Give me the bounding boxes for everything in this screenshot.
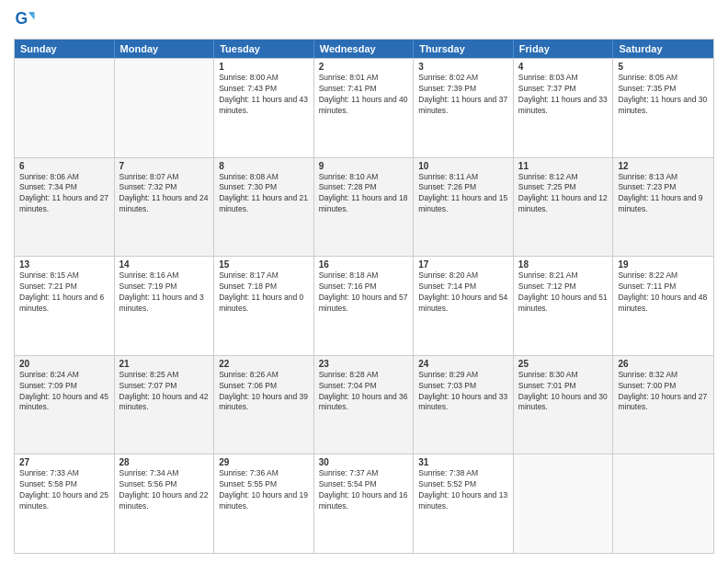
weekday-header: Saturday <box>613 40 713 58</box>
daylight-text: Daylight: 10 hours and 42 minutes. <box>119 392 210 414</box>
daylight-text: Daylight: 10 hours and 48 minutes. <box>618 293 709 315</box>
sunrise-text: Sunrise: 8:28 AM <box>319 370 409 381</box>
day-number: 16 <box>319 259 409 270</box>
daylight-text: Daylight: 11 hours and 43 minutes. <box>219 95 309 117</box>
calendar-cell: 29 Sunrise: 7:36 AM Sunset: 5:55 PM Dayl… <box>214 454 314 553</box>
calendar-cell: 10 Sunrise: 8:11 AM Sunset: 7:26 PM Dayl… <box>414 158 514 257</box>
sunset-text: Sunset: 5:55 PM <box>219 479 309 490</box>
sunset-text: Sunset: 7:28 PM <box>319 182 409 193</box>
daylight-text: Daylight: 10 hours and 19 minutes. <box>219 490 309 512</box>
sunset-text: Sunset: 7:30 PM <box>219 182 309 193</box>
day-number: 23 <box>319 359 409 369</box>
sunrise-text: Sunrise: 7:37 AM <box>319 468 409 479</box>
calendar-cell: 12 Sunrise: 8:13 AM Sunset: 7:23 PM Dayl… <box>613 158 713 257</box>
day-number: 12 <box>618 161 709 171</box>
day-number: 2 <box>319 62 409 72</box>
day-number: 8 <box>219 161 309 171</box>
day-number: 7 <box>119 161 210 171</box>
sunset-text: Sunset: 7:07 PM <box>119 381 210 392</box>
calendar-cell: 22 Sunrise: 8:26 AM Sunset: 7:06 PM Dayl… <box>214 356 314 454</box>
sunrise-text: Sunrise: 8:05 AM <box>618 73 709 84</box>
calendar-cell: 5 Sunrise: 8:05 AM Sunset: 7:35 PM Dayli… <box>613 59 713 157</box>
calendar-cell: 24 Sunrise: 8:29 AM Sunset: 7:03 PM Dayl… <box>414 356 514 454</box>
daylight-text: Daylight: 10 hours and 13 minutes. <box>418 490 508 512</box>
calendar-cell: 23 Sunrise: 8:28 AM Sunset: 7:04 PM Dayl… <box>314 356 415 454</box>
day-number: 19 <box>618 259 709 270</box>
daylight-text: Daylight: 11 hours and 24 minutes. <box>119 193 210 215</box>
sunrise-text: Sunrise: 7:33 AM <box>19 468 109 479</box>
calendar-cell: 6 Sunrise: 8:06 AM Sunset: 7:34 PM Dayli… <box>15 158 115 257</box>
sunrise-text: Sunrise: 8:26 AM <box>219 370 309 381</box>
daylight-text: Daylight: 10 hours and 33 minutes. <box>418 392 508 414</box>
sunset-text: Sunset: 7:19 PM <box>119 282 210 293</box>
sunset-text: Sunset: 7:41 PM <box>319 84 409 95</box>
calendar-cell: 18 Sunrise: 8:21 AM Sunset: 7:12 PM Dayl… <box>514 257 614 355</box>
day-number: 4 <box>518 62 609 72</box>
calendar-cell: 3 Sunrise: 8:02 AM Sunset: 7:39 PM Dayli… <box>414 59 514 157</box>
calendar-cell: 19 Sunrise: 8:22 AM Sunset: 7:11 PM Dayl… <box>613 257 713 355</box>
daylight-text: Daylight: 10 hours and 57 minutes. <box>319 293 409 315</box>
calendar-cell <box>613 454 713 553</box>
sunset-text: Sunset: 7:18 PM <box>219 282 309 293</box>
daylight-text: Daylight: 11 hours and 33 minutes. <box>518 95 609 117</box>
sunrise-text: Sunrise: 8:12 AM <box>518 172 609 183</box>
sunset-text: Sunset: 7:21 PM <box>19 282 109 293</box>
daylight-text: Daylight: 10 hours and 25 minutes. <box>19 490 109 512</box>
calendar-cell: 20 Sunrise: 8:24 AM Sunset: 7:09 PM Dayl… <box>15 356 115 454</box>
day-number: 27 <box>19 457 109 467</box>
calendar-cell: 31 Sunrise: 7:38 AM Sunset: 5:52 PM Dayl… <box>414 454 514 553</box>
calendar-cell <box>115 59 215 157</box>
sunrise-text: Sunrise: 8:10 AM <box>319 172 409 183</box>
sunset-text: Sunset: 7:43 PM <box>219 84 309 95</box>
day-number: 13 <box>19 259 109 270</box>
calendar-cell <box>514 454 614 553</box>
calendar-cell: 16 Sunrise: 8:18 AM Sunset: 7:16 PM Dayl… <box>314 257 415 355</box>
daylight-text: Daylight: 11 hours and 0 minutes. <box>219 293 309 315</box>
weekday-header: Friday <box>514 40 614 58</box>
daylight-text: Daylight: 10 hours and 27 minutes. <box>618 392 709 414</box>
sunset-text: Sunset: 7:00 PM <box>618 381 709 392</box>
calendar-page: G SundayMondayTuesdayWednesdayThursdayFr… <box>0 0 728 563</box>
calendar-cell: 1 Sunrise: 8:00 AM Sunset: 7:43 PM Dayli… <box>214 59 314 157</box>
daylight-text: Daylight: 11 hours and 18 minutes. <box>319 193 409 215</box>
calendar-cell: 27 Sunrise: 7:33 AM Sunset: 5:58 PM Dayl… <box>15 454 115 553</box>
logo-icon: G <box>14 9 36 31</box>
daylight-text: Daylight: 10 hours and 30 minutes. <box>518 392 609 414</box>
sunrise-text: Sunrise: 8:24 AM <box>19 370 109 381</box>
sunrise-text: Sunrise: 7:38 AM <box>418 468 508 479</box>
day-number: 30 <box>319 457 409 467</box>
daylight-text: Daylight: 10 hours and 54 minutes. <box>418 293 508 315</box>
day-number: 21 <box>119 359 210 369</box>
sunset-text: Sunset: 7:03 PM <box>418 381 508 392</box>
calendar-cell <box>15 59 115 157</box>
day-number: 28 <box>119 457 210 467</box>
day-number: 25 <box>518 359 609 369</box>
daylight-text: Daylight: 11 hours and 15 minutes. <box>418 193 508 215</box>
sunrise-text: Sunrise: 8:00 AM <box>219 73 309 84</box>
sunset-text: Sunset: 5:52 PM <box>418 479 508 490</box>
calendar-cell: 25 Sunrise: 8:30 AM Sunset: 7:01 PM Dayl… <box>514 356 614 454</box>
daylight-text: Daylight: 11 hours and 12 minutes. <box>518 193 609 215</box>
calendar-cell: 30 Sunrise: 7:37 AM Sunset: 5:54 PM Dayl… <box>314 454 415 553</box>
sunset-text: Sunset: 5:56 PM <box>119 479 210 490</box>
sunrise-text: Sunrise: 8:29 AM <box>418 370 508 381</box>
calendar-body: 1 Sunrise: 8:00 AM Sunset: 7:43 PM Dayli… <box>15 58 713 553</box>
calendar-cell: 21 Sunrise: 8:25 AM Sunset: 7:07 PM Dayl… <box>115 356 215 454</box>
day-number: 31 <box>418 457 508 467</box>
sunrise-text: Sunrise: 8:03 AM <box>518 73 609 84</box>
daylight-text: Daylight: 10 hours and 36 minutes. <box>319 392 409 414</box>
calendar-row: 27 Sunrise: 7:33 AM Sunset: 5:58 PM Dayl… <box>15 454 713 553</box>
sunset-text: Sunset: 7:34 PM <box>19 182 109 193</box>
sunrise-text: Sunrise: 8:21 AM <box>518 270 609 282</box>
calendar-cell: 8 Sunrise: 8:08 AM Sunset: 7:30 PM Dayli… <box>214 158 314 257</box>
daylight-text: Daylight: 11 hours and 6 minutes. <box>19 293 109 315</box>
sunset-text: Sunset: 7:35 PM <box>618 84 709 95</box>
day-number: 3 <box>418 62 508 72</box>
day-number: 24 <box>418 359 508 369</box>
sunset-text: Sunset: 7:14 PM <box>418 282 508 293</box>
calendar-cell: 14 Sunrise: 8:16 AM Sunset: 7:19 PM Dayl… <box>115 257 215 355</box>
sunrise-text: Sunrise: 8:30 AM <box>518 370 609 381</box>
sunset-text: Sunset: 5:54 PM <box>319 479 409 490</box>
svg-text:G: G <box>16 9 28 28</box>
sunset-text: Sunset: 7:09 PM <box>19 381 109 392</box>
